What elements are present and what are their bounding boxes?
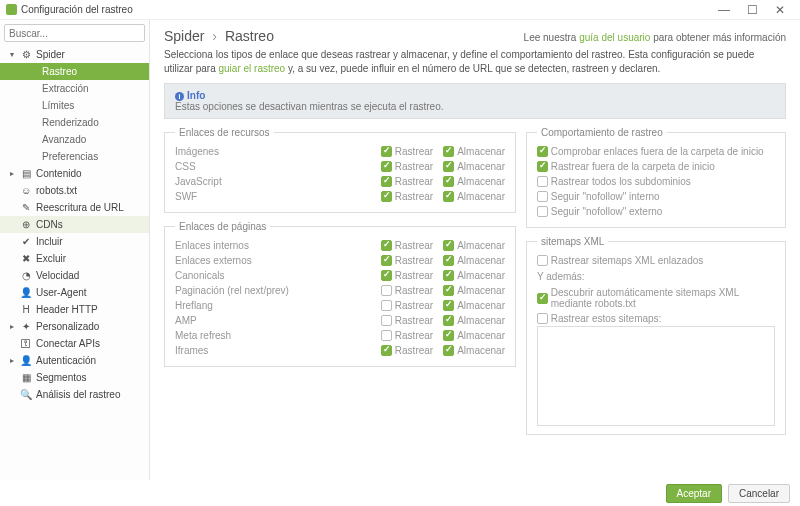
checkbox-crawl[interactable]: [381, 300, 392, 311]
checkbox-behavior[interactable]: [537, 176, 548, 187]
checkbox-store[interactable]: [443, 330, 454, 341]
cancel-button[interactable]: Cancelar: [728, 484, 790, 503]
behavior-row: Comprobar enlaces fuera de la carpeta de…: [537, 144, 775, 159]
checkbox-sitemaps-linked[interactable]: [537, 255, 548, 266]
checkbox-crawl[interactable]: [381, 285, 392, 296]
checkbox-behavior[interactable]: [537, 161, 548, 172]
segments-icon: ▦: [20, 372, 32, 383]
sidebar: ▾⚙Spider Rastreo Extracción Límites Rend…: [0, 20, 150, 480]
nav-rastreo[interactable]: Rastreo: [0, 63, 149, 80]
info-message: Estas opciones se desactivan mientras se…: [175, 101, 775, 112]
checkbox-store[interactable]: [443, 300, 454, 311]
checkbox-crawl[interactable]: [381, 315, 392, 326]
checkbox-behavior[interactable]: [537, 206, 548, 217]
row-label: Comprobar enlaces fuera de la carpeta de…: [551, 146, 775, 157]
checkbox-store[interactable]: [443, 345, 454, 356]
nav-spider[interactable]: ▾⚙Spider: [0, 46, 149, 63]
setting-row: Meta refreshRastrearAlmacenar: [175, 328, 505, 343]
nav-segmentos[interactable]: ▦Segmentos: [0, 369, 149, 386]
checkbox-crawl[interactable]: [381, 161, 392, 172]
check-label: Rastrear: [395, 255, 433, 266]
nav-personalizado[interactable]: ▸✦Personalizado: [0, 318, 149, 335]
nav-extraccion[interactable]: Extracción: [0, 80, 149, 97]
gauge-icon: ◔: [20, 270, 32, 281]
checkbox-store[interactable]: [443, 191, 454, 202]
setting-row: CSSRastrearAlmacenar: [175, 159, 505, 174]
checkbox-store[interactable]: [443, 285, 454, 296]
checkbox-sitemaps-auto[interactable]: [537, 293, 548, 304]
setting-row: Enlaces externosRastrearAlmacenar: [175, 253, 505, 268]
nav-contenido[interactable]: ▸▤Contenido: [0, 165, 149, 182]
setting-row: JavaScriptRastrearAlmacenar: [175, 174, 505, 189]
group-behavior: Comportamiento de rastreo Comprobar enla…: [526, 127, 786, 228]
checkbox-crawl[interactable]: [381, 191, 392, 202]
window-title: Configuración del rastreo: [21, 4, 710, 15]
group-sitemaps: sitemaps XML Rastrear sitemaps XML enlaz…: [526, 236, 786, 435]
checkbox-store[interactable]: [443, 255, 454, 266]
nav-label: Segmentos: [36, 372, 87, 383]
nav-avanzado[interactable]: Avanzado: [0, 131, 149, 148]
setting-row: ImágenesRastrearAlmacenar: [175, 144, 505, 159]
checkbox-store[interactable]: [443, 176, 454, 187]
check-label: Almacenar: [457, 161, 505, 172]
breadcrumb-sep: ›: [212, 28, 217, 44]
nav-excluir[interactable]: ✖Excluir: [0, 250, 149, 267]
check-label: Almacenar: [457, 285, 505, 296]
checkbox-behavior[interactable]: [537, 191, 548, 202]
checkbox-crawl[interactable]: [381, 176, 392, 187]
checkbox-crawl[interactable]: [381, 255, 392, 266]
nav-header-http[interactable]: HHeader HTTP: [0, 301, 149, 318]
checkbox-crawl[interactable]: [381, 330, 392, 341]
checkbox-store[interactable]: [443, 270, 454, 281]
user-icon: 👤: [20, 287, 32, 298]
checkbox-crawl[interactable]: [381, 146, 392, 157]
checkbox-store[interactable]: [443, 146, 454, 157]
maximize-button[interactable]: ☐: [738, 3, 766, 17]
checkbox-sitemaps-these[interactable]: [537, 313, 548, 324]
row-label: CSS: [175, 161, 381, 172]
checkbox-store[interactable]: [443, 315, 454, 326]
check-label: Almacenar: [457, 255, 505, 266]
nav-limites[interactable]: Límites: [0, 97, 149, 114]
search-input[interactable]: [4, 24, 145, 42]
nav-conectar-apis[interactable]: ⚿Conectar APIs: [0, 335, 149, 352]
nav-label: CDNs: [36, 219, 63, 230]
breadcrumb-root: Spider: [164, 28, 204, 44]
nav-label: User-Agent: [36, 287, 87, 298]
intro-link[interactable]: guiar el rastreo: [218, 63, 285, 74]
gear-icon: ⚙: [20, 49, 32, 60]
nav-label: Header HTTP: [36, 304, 98, 315]
sitemaps-textarea[interactable]: [537, 326, 775, 426]
info-box: iInfo Estas opciones se desactivan mient…: [164, 83, 786, 119]
checkbox-crawl[interactable]: [381, 270, 392, 281]
sitemaps-also: Y además:: [537, 271, 775, 282]
row-label: Meta refresh: [175, 330, 381, 341]
checkbox-store[interactable]: [443, 161, 454, 172]
minimize-button[interactable]: —: [710, 3, 738, 17]
checkbox-store[interactable]: [443, 240, 454, 251]
nav-cdns[interactable]: ⊕CDNs: [0, 216, 149, 233]
checkbox-crawl[interactable]: [381, 240, 392, 251]
nav-analisis[interactable]: 🔍Análisis del rastreo: [0, 386, 149, 403]
checkbox-crawl[interactable]: [381, 345, 392, 356]
nav-user-agent[interactable]: 👤User-Agent: [0, 284, 149, 301]
check-label: Rastrear: [395, 330, 433, 341]
nav-incluir[interactable]: ✔Incluir: [0, 233, 149, 250]
nav-velocidad[interactable]: ◔Velocidad: [0, 267, 149, 284]
help-link[interactable]: guía del usuario: [579, 32, 650, 43]
nav-robots[interactable]: ☺robots.txt: [0, 182, 149, 199]
content-area: Spider › Rastreo Lee nuestra guía del us…: [150, 20, 800, 480]
breadcrumb: Spider › Rastreo: [164, 28, 274, 44]
check-label: Rastrear: [395, 240, 433, 251]
nav-preferencias[interactable]: Preferencias: [0, 148, 149, 165]
behavior-row: Seguir "nofollow" externo: [537, 204, 775, 219]
nav-reescritura-url[interactable]: ✎Reescritura de URL: [0, 199, 149, 216]
dialog-footer: Aceptar Cancelar: [0, 480, 800, 506]
nav-renderizado[interactable]: Renderizado: [0, 114, 149, 131]
intro-text: Selecciona los tipos de enlace que desea…: [164, 48, 786, 75]
search-icon: 🔍: [20, 389, 32, 400]
close-button[interactable]: ✕: [766, 3, 794, 17]
ok-button[interactable]: Aceptar: [666, 484, 722, 503]
checkbox-behavior[interactable]: [537, 146, 548, 157]
nav-autenticacion[interactable]: ▸👤Autenticación: [0, 352, 149, 369]
